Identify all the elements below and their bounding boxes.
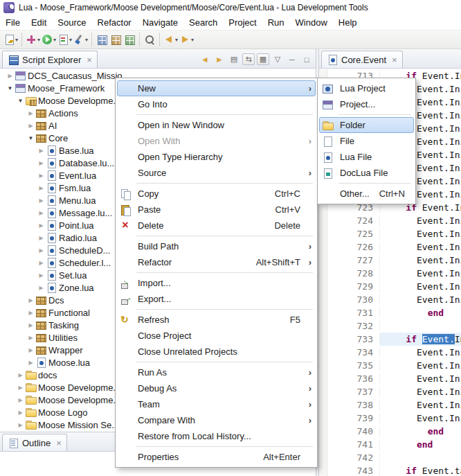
back-icon[interactable]: ◄ — [199, 53, 211, 65]
code-line-742[interactable]: 742 — [328, 451, 461, 464]
code-line-734[interactable]: 734 Event.IniDCSUnit = Event.initiator — [328, 346, 461, 359]
expanded-arrow-icon[interactable]: ▼ — [6, 85, 15, 91]
open-element-button[interactable] — [123, 32, 136, 47]
menu-navigate[interactable]: Navigate — [137, 16, 183, 29]
collapsed-arrow-icon[interactable]: ▶ — [16, 385, 25, 391]
forward-icon[interactable]: ► — [213, 53, 226, 65]
collapsed-arrow-icon[interactable]: ▶ — [26, 335, 35, 341]
collapsed-arrow-icon[interactable]: ▶ — [26, 360, 35, 366]
menu-search[interactable]: Search — [183, 16, 223, 29]
focus-icon[interactable]: ▦ — [257, 53, 269, 65]
context-menu-copy[interactable]: CopyCtrl+C — [117, 186, 316, 202]
menu-edit[interactable]: Edit — [26, 16, 52, 29]
code-line-727[interactable]: 727 Event.IniUnit = STATIC:FindByName( E… — [328, 254, 461, 267]
menu-project[interactable]: Project — [223, 16, 262, 29]
context-menu-import[interactable]: Import... — [117, 275, 316, 291]
tab-script-explorer[interactable]: Script Explorer × — [2, 51, 98, 68]
profile-button[interactable]: ▾ — [73, 32, 89, 47]
new-submenu-other[interactable]: Other...Ctrl+N — [319, 186, 414, 202]
collapsed-arrow-icon[interactable]: ▶ — [16, 409, 25, 416]
run-button[interactable]: ▾ — [41, 32, 57, 47]
collapsed-arrow-icon[interactable]: ▶ — [6, 73, 15, 79]
collapsed-arrow-icon[interactable]: ▶ — [37, 210, 46, 216]
dropdown-arrow-icon[interactable]: ▾ — [191, 37, 194, 43]
expanded-arrow-icon[interactable]: ▼ — [26, 135, 35, 141]
code-line-732[interactable]: 732 — [328, 319, 461, 333]
new-lua-file-button[interactable] — [109, 32, 123, 47]
code-line-740[interactable]: 740 end — [328, 425, 461, 438]
context-menu-open-with[interactable]: Open With› — [117, 133, 316, 149]
external-tools-button[interactable]: ▾ — [25, 32, 41, 47]
context-menu-compare-with[interactable]: Compare With› — [117, 412, 316, 428]
context-menu-close-unrelated-projects[interactable]: Close Unrelated Projects — [117, 344, 316, 360]
tab-core-event[interactable]: Core.Event × — [321, 51, 403, 68]
code-line-738[interactable]: 738 Event.IniCategory = Event.IniDCSUnit… — [328, 398, 461, 412]
maximize-icon[interactable]: □ — [300, 53, 313, 65]
collapsed-arrow-icon[interactable]: ▶ — [37, 160, 46, 166]
context-menu-close-project[interactable]: Close Project — [117, 328, 316, 344]
search-button[interactable] — [143, 32, 156, 47]
collapsed-arrow-icon[interactable]: ▶ — [37, 148, 46, 154]
code-line-739[interactable]: 739 Event.IniTypeName = Event.IniDCSUnit… — [328, 412, 461, 425]
menu-run[interactable]: Run — [262, 16, 290, 29]
collapsed-arrow-icon[interactable]: ▶ — [37, 260, 46, 266]
back-button[interactable]: ▾ — [163, 32, 179, 47]
code-line-733[interactable]: 733 if Event.IniObjectCategory == Object… — [328, 333, 461, 346]
collapse-all-icon[interactable]: ▤ — [228, 53, 240, 65]
menu-refactor[interactable]: Refactor — [92, 16, 137, 29]
context-menu-open-type-hierarchy[interactable]: Open Type Hierarchy — [117, 149, 316, 165]
code-line-736[interactable]: 736 Event.IniUnitName = Event.IniDCSUnit… — [328, 372, 461, 385]
menu-help[interactable]: Help — [333, 16, 363, 29]
collapsed-arrow-icon[interactable]: ▶ — [26, 297, 35, 303]
close-icon[interactable]: × — [87, 55, 92, 64]
menu-source[interactable]: Source — [52, 16, 91, 29]
context-menu-source[interactable]: Source› — [117, 165, 316, 181]
dropdown-arrow-icon[interactable]: ▾ — [53, 37, 56, 43]
new-submenu-lua-project[interactable]: Lua Project — [319, 80, 414, 96]
code-line-741[interactable]: 741 end — [328, 438, 461, 451]
dropdown-arrow-icon[interactable]: ▾ — [175, 37, 178, 43]
collapsed-arrow-icon[interactable]: ▶ — [37, 247, 46, 254]
context-menu-properties[interactable]: PropertiesAlt+Enter — [117, 449, 316, 465]
context-menu-build-path[interactable]: Build Path› — [117, 238, 316, 254]
code-line-731[interactable]: 731 end — [328, 306, 461, 319]
collapsed-arrow-icon[interactable]: ▶ — [37, 173, 46, 179]
context-menu-open-in-new-window[interactable]: Open in New Window — [117, 117, 316, 133]
close-icon[interactable]: × — [56, 439, 62, 448]
dropdown-arrow-icon[interactable]: ▾ — [15, 37, 18, 43]
context-menu-refresh[interactable]: RefreshF5 — [117, 312, 316, 328]
code-line-726[interactable]: 726 Event.IniUnitName = Event.IniDCSUnit… — [328, 240, 461, 254]
coverage-button[interactable]: ▾ — [57, 32, 73, 47]
code-line-737[interactable]: 737 Event.IniUnit = SCENERY:Register( Ev… — [328, 385, 461, 398]
new-submenu-file[interactable]: File — [319, 133, 414, 149]
collapsed-arrow-icon[interactable]: ▶ — [16, 372, 25, 378]
new-submenu-project[interactable]: Project... — [319, 96, 414, 112]
new-wizard-button[interactable]: ▾ — [3, 32, 19, 47]
collapsed-arrow-icon[interactable]: ▶ — [37, 235, 46, 241]
new-submenu-lua-file[interactable]: Lua File — [319, 149, 414, 165]
dropdown-arrow-icon[interactable]: ▾ — [37, 37, 40, 43]
collapsed-arrow-icon[interactable]: ▶ — [37, 285, 46, 291]
context-menu-restore-from-local-history[interactable]: Restore from Local History... — [117, 428, 316, 444]
menu-file[interactable]: File — [0, 16, 26, 29]
context-menu-export[interactable]: Export... — [117, 291, 316, 307]
collapsed-arrow-icon[interactable]: ▶ — [26, 123, 35, 129]
forward-button[interactable]: ▾ — [179, 32, 195, 47]
collapsed-arrow-icon[interactable]: ▶ — [16, 397, 25, 403]
new-submenu-doclua-file[interactable]: DocLua File — [319, 165, 414, 181]
context-menu-debug-as[interactable]: Debug As› — [117, 380, 316, 396]
expanded-arrow-icon[interactable]: ▼ — [16, 98, 25, 104]
code-line-724[interactable]: 724 Event.IniDCSUnit = Event.initiator — [328, 214, 461, 227]
context-menu-delete[interactable]: DeleteDelete — [117, 218, 316, 233]
collapsed-arrow-icon[interactable]: ▶ — [37, 197, 46, 204]
context-menu-run-as[interactable]: Run As› — [117, 364, 316, 380]
collapsed-arrow-icon[interactable]: ▶ — [26, 110, 35, 116]
collapsed-arrow-icon[interactable]: ▶ — [26, 322, 35, 328]
view-menu-icon[interactable]: ▽ — [271, 53, 284, 65]
collapsed-arrow-icon[interactable]: ▶ — [37, 272, 46, 279]
dropdown-arrow-icon[interactable]: ▾ — [85, 37, 88, 43]
context-menu-new[interactable]: New› — [117, 80, 316, 96]
new-lua-module-button[interactable] — [95, 32, 109, 47]
link-with-editor-icon[interactable]: ⇆ — [242, 53, 255, 65]
tab-outline[interactable]: Outline × — [2, 434, 67, 451]
